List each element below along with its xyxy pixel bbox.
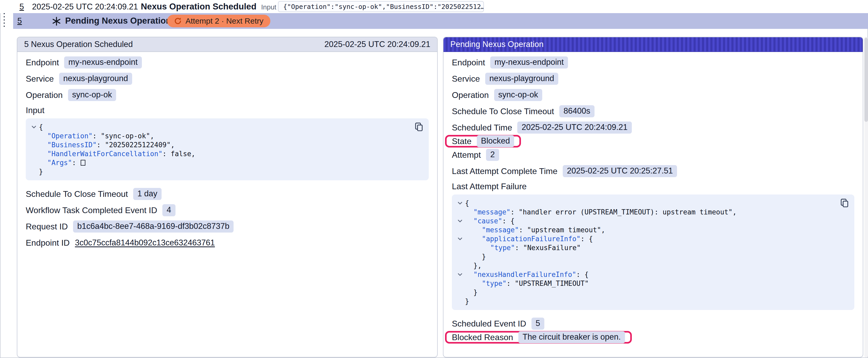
annotated-field-state: StateBlocked — [445, 135, 521, 148]
event-detail-panel: 5 Nexus Operation Scheduled 2025-02-25 U… — [17, 37, 438, 357]
code-text: "message": "upstream timeout", — [465, 225, 605, 234]
field-scheduled-event-id: Scheduled Event ID5 — [452, 317, 854, 330]
code-text: "message": "handler error (UPSTREAM_TIME… — [465, 207, 737, 217]
retry-icon — [174, 17, 182, 25]
code-text: "HandlerWaitForCancellation": false, — [39, 149, 195, 158]
code-gutter — [455, 261, 465, 270]
code-gutter — [455, 297, 465, 306]
field-value-chip: 4 — [162, 204, 175, 216]
code-text: "Operation": "sync-op-ok", — [39, 131, 154, 140]
code-gutter — [29, 140, 39, 149]
code-gutter — [455, 225, 465, 234]
field-service: Servicenexus-playground — [26, 72, 429, 85]
field-request-id: Request IDb1c6a4bc-8ee7-468a-9169-df3b02… — [26, 220, 429, 233]
field-endpoint: Endpointmy-nexus-endpoint — [26, 56, 429, 69]
field-label: Schedule To Close Timeout — [26, 189, 128, 199]
code-line: { — [455, 199, 831, 207]
code-block-input-json: {"Operation": "sync-op-ok","BusinessID":… — [26, 118, 429, 180]
collapse-chevron-icon[interactable] — [455, 217, 465, 225]
code-line: "applicationFailureInfo": { — [455, 234, 831, 243]
copy-icon[interactable] — [414, 122, 424, 132]
field-label: Workflow Task Completed Event ID — [26, 205, 157, 215]
scrollbar-thumb[interactable] — [864, 38, 868, 122]
field-workflow-task-completed-event-id: Workflow Task Completed Event ID4 — [26, 204, 429, 217]
event-row-nexus-operation-scheduled[interactable]: 5 2025-02-25 UTC 20:24:09.21 Nexus Opera… — [0, 0, 868, 13]
event-detail-timestamp: 2025-02-25 UTC 20:24:09.21 — [324, 40, 430, 49]
event-detail-title: 5 Nexus Operation Scheduled — [24, 40, 133, 49]
code-text: "applicationFailureInfo": { — [465, 234, 593, 243]
pending-operation-title: Pending Nexus Operation — [65, 16, 171, 26]
code-text: { — [39, 123, 43, 131]
event-input-preview[interactable]: {"Operation":"sync-op-ok","BusinessID":"… — [278, 1, 484, 12]
annotated-field-blocked-reason: Blocked ReasonThe circuit breaker is ope… — [445, 331, 632, 344]
code-line: "Operation": "sync-op-ok", — [29, 131, 406, 140]
code-line: { — [29, 123, 406, 131]
event-title: Nexus Operation Scheduled — [141, 2, 256, 11]
code-line: } — [455, 288, 831, 297]
code-gutter — [455, 279, 465, 288]
code-line: "type": "UPSTREAM_TIMEOUT" — [455, 279, 831, 288]
code-gutter — [29, 167, 39, 176]
code-text: { — [465, 199, 469, 207]
field-value-chip: 2025-02-25 UTC 20:25:27.51 — [563, 165, 677, 177]
field-operation: Operationsync-op-ok — [452, 89, 854, 101]
code-line: "HandlerWaitForCancellation": false, — [29, 149, 406, 158]
field-service: Servicenexus-playground — [452, 72, 854, 85]
field-value-link[interactable]: 3c0c75ccfa8144b092c13ce632463761 — [75, 238, 215, 248]
code-line: "BusinessID": "20250225122409", — [29, 140, 406, 149]
field-operation: Operationsync-op-ok — [26, 89, 429, 101]
event-detail-header: 5 Nexus Operation Scheduled 2025-02-25 U… — [17, 37, 437, 52]
code-line: "nexusHandlerFailureInfo": { — [455, 270, 831, 279]
field-value-chip: 2025-02-25 UTC 20:24:09.21 — [517, 122, 631, 134]
retry-attempt-badge[interactable]: Attempt 2 · Next Retry — [167, 15, 270, 27]
field-value-chip: nexus-playground — [59, 73, 132, 85]
pending-event-id-link[interactable]: 5 — [17, 16, 22, 26]
field-value-chip: b1c6a4bc-8ee7-468a-9169-df3b02c8737b — [73, 221, 234, 232]
code-gutter — [455, 252, 465, 261]
field-label: Scheduled Time — [452, 123, 512, 133]
field-last-attempt-complete-time: Last Attempt Complete Time2025-02-25 UTC… — [452, 165, 854, 177]
copy-icon[interactable] — [840, 198, 849, 208]
code-gutter — [455, 207, 465, 217]
field-value-chip: The circuit breaker is open. — [518, 331, 625, 343]
event-timestamp: 2025-02-25 UTC 20:24:09.21 — [32, 2, 138, 11]
code-gutter — [29, 131, 39, 140]
pending-operation-header: Pending Nexus Operation — [443, 37, 863, 52]
collapse-chevron-icon[interactable] — [455, 199, 465, 207]
collapse-chevron-icon[interactable] — [455, 234, 465, 243]
retry-badge-label: Attempt 2 · Next Retry — [185, 17, 264, 26]
pending-operation-row[interactable]: 5 Pending Nexus Operation Attempt 2 · Ne… — [13, 13, 868, 29]
pending-operation-panel: Pending Nexus Operation Endpointmy-nexus… — [443, 37, 863, 357]
code-text: } — [465, 297, 469, 306]
code-line: "Args": — [29, 158, 406, 167]
field-schedule-to-close-timeout: Schedule To Close Timeout86400s — [452, 105, 854, 118]
collapse-chevron-icon[interactable] — [455, 270, 465, 279]
code-gutter — [29, 149, 39, 158]
field-label: Schedule To Close Timeout — [452, 106, 554, 116]
field-value-chip: 86400s — [559, 105, 594, 117]
pending-operation-header-title: Pending Nexus Operation — [450, 40, 544, 49]
field-label: Service — [26, 74, 54, 84]
field-label: Endpoint — [26, 58, 59, 67]
field-value-chip: my-nexus-endpoint — [490, 57, 568, 68]
field-label: Operation — [452, 90, 489, 100]
code-text: "Args": — [39, 158, 85, 167]
code-line: "cause": { — [455, 217, 831, 225]
event-id-link[interactable]: 5 — [20, 2, 24, 11]
code-text: "type": "NexusFailure" — [465, 243, 581, 252]
code-line: "message": "upstream timeout", — [455, 225, 831, 234]
field-value-chip: Blocked — [477, 135, 514, 147]
code-gutter — [455, 288, 465, 297]
field-endpoint-id: Endpoint ID3c0c75ccfa8144b092c13ce632463… — [26, 236, 429, 249]
code-line: } — [29, 167, 406, 176]
temporal-event-details-screen: 5 2025-02-25 UTC 20:24:09.21 Nexus Opera… — [0, 0, 868, 358]
code-text: } — [465, 252, 486, 261]
field-value-chip: sync-op-ok — [494, 89, 542, 101]
empty-array-icon — [81, 160, 85, 166]
code-gutter — [455, 243, 465, 252]
field-scheduled-time: Scheduled Time2025-02-25 UTC 20:24:09.21 — [452, 121, 854, 134]
code-text: "type": "UPSTREAM_TIMEOUT" — [465, 279, 589, 288]
collapse-chevron-icon[interactable] — [29, 123, 39, 131]
field-label: Attempt — [452, 150, 481, 160]
code-text: "nexusHandlerFailureInfo": { — [465, 270, 588, 279]
